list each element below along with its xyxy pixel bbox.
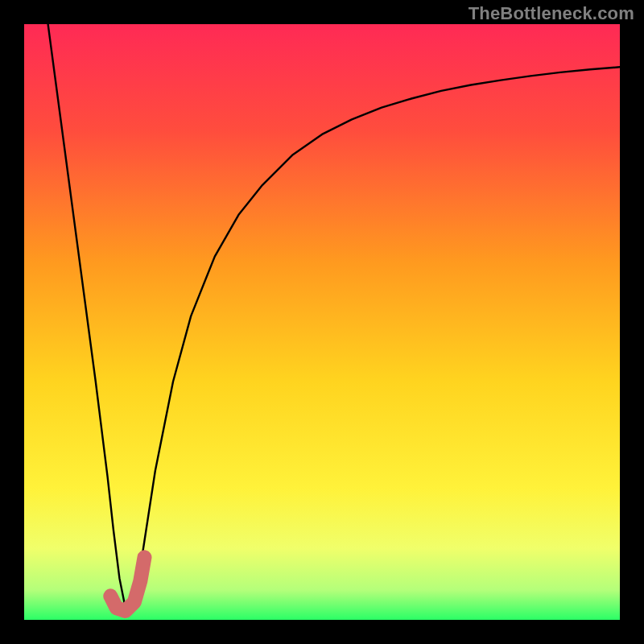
bottleneck-chart	[24, 24, 620, 620]
watermark-text: TheBottleneck.com	[469, 3, 634, 24]
chart-frame: TheBottleneck.com	[0, 0, 644, 644]
